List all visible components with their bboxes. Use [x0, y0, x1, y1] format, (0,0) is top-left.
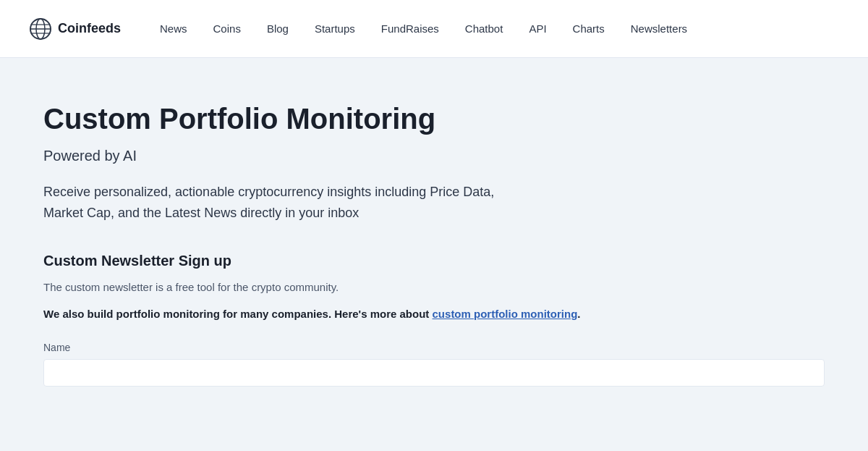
nav-item-news[interactable]: News: [150, 17, 197, 41]
nav-item-fundraises[interactable]: FundRaises: [371, 17, 449, 41]
nav-item-coins[interactable]: Coins: [203, 17, 251, 41]
nav-item-chatbot[interactable]: Chatbot: [455, 17, 514, 41]
page-title: Custom Portfolio Monitoring: [43, 101, 608, 136]
main-nav: News Coins Blog Startups FundRaises Chat…: [150, 17, 697, 41]
portfolio-monitoring-link[interactable]: custom portfolio monitoring: [433, 308, 578, 320]
section-title: Custom Newsletter Sign up: [43, 253, 608, 269]
logo-text: Coinfeeds: [58, 21, 121, 36]
nav-item-startups[interactable]: Startups: [305, 17, 365, 41]
header: Coinfeeds News Coins Blog Startups FundR…: [0, 0, 868, 58]
logo-link[interactable]: Coinfeeds: [29, 17, 121, 41]
portfolio-monitoring-text: We also build portfolio monitoring for m…: [43, 308, 608, 320]
name-input[interactable]: [43, 359, 825, 387]
nav-item-api[interactable]: API: [519, 17, 556, 41]
navbar: Coinfeeds News Coins Blog Startups FundR…: [29, 17, 839, 41]
name-label: Name: [43, 342, 608, 353]
nav-item-newsletters[interactable]: Newsletters: [621, 17, 697, 41]
globe-icon: [29, 17, 52, 41]
portfolio-text-after: .: [577, 308, 580, 320]
free-tool-text: The custom newsletter is a free tool for…: [43, 281, 608, 293]
portfolio-text-before: We also build portfolio monitoring for m…: [43, 308, 433, 320]
main-content: Custom Portfolio Monitoring Powered by A…: [0, 58, 651, 416]
nav-item-charts[interactable]: Charts: [563, 17, 615, 41]
subtitle: Powered by AI: [43, 148, 608, 164]
description: Receive personalized, actionable cryptoc…: [43, 182, 535, 224]
nav-item-blog[interactable]: Blog: [257, 17, 299, 41]
